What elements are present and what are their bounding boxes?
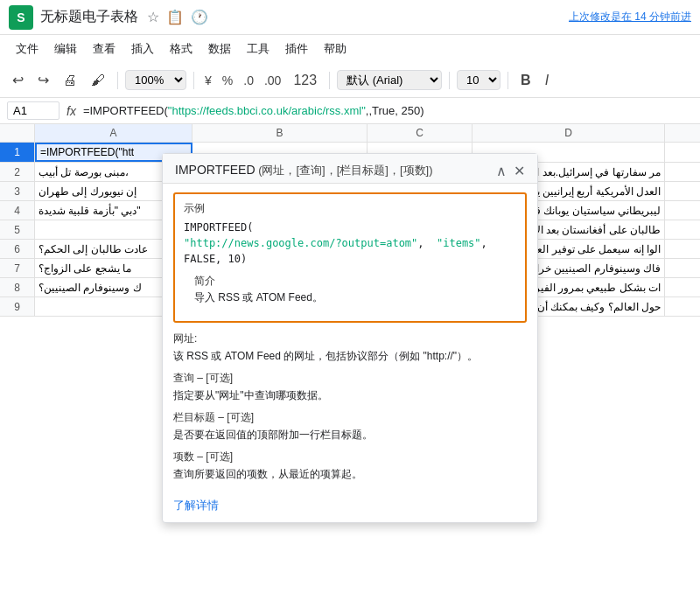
divider-3 bbox=[329, 72, 330, 89]
font-size-select[interactable]: 10 bbox=[457, 70, 500, 90]
param-desc-3: 查询所要返回的项数，从最近的项算起。 bbox=[173, 466, 527, 482]
divider-4 bbox=[449, 72, 450, 89]
percent-btn[interactable]: % bbox=[219, 70, 236, 91]
title-icons: ☆ 📋 🕐 bbox=[147, 9, 208, 25]
menu-insert[interactable]: 插入 bbox=[124, 38, 161, 60]
tooltip-popup: IMPORTFEED (网址，[查询]，[栏目标题]，[项数]) ∧ ✕ 示例 … bbox=[162, 153, 538, 523]
currency-btn[interactable]: ¥ bbox=[201, 70, 215, 91]
decimal00-btn[interactable]: .00 bbox=[261, 70, 284, 91]
last-saved[interactable]: 上次修改是在 14 分钟前进 bbox=[569, 10, 691, 24]
param-name-2: 栏目标题 – [可选] bbox=[173, 410, 527, 425]
column-headers: A B C D bbox=[0, 124, 700, 143]
param-desc-0: 该 RSS 或 ATOM Feed 的网址，包括协议部分（例如 "http://… bbox=[173, 348, 527, 364]
example-label: 示例 bbox=[184, 201, 516, 216]
col-header-b[interactable]: B bbox=[192, 124, 368, 142]
col-header-c[interactable]: C bbox=[368, 124, 472, 142]
zoom-select[interactable]: 100% bbox=[125, 70, 186, 90]
example-url: "http://news.google.com/?output=atom" bbox=[184, 237, 417, 249]
param-desc-1: 指定要从"网址"中查询哪项数据。 bbox=[173, 387, 527, 403]
param-name-0: 网址: bbox=[173, 331, 527, 346]
tooltip-collapse-icon[interactable]: ∧ bbox=[496, 163, 507, 179]
formula-text: =IMPORTFEED( bbox=[83, 104, 168, 117]
row-num-corner bbox=[0, 124, 35, 142]
decimal0-btn[interactable]: .0 bbox=[240, 70, 257, 91]
app-icon: S bbox=[9, 5, 33, 30]
history-icon[interactable]: 🕐 bbox=[191, 9, 208, 25]
paint-format-button[interactable]: 🖌 bbox=[86, 69, 110, 92]
italic-button[interactable]: I bbox=[540, 69, 554, 92]
row-num-7[interactable]: 7 bbox=[0, 259, 35, 277]
bold-button[interactable]: B bbox=[515, 69, 536, 92]
divider-2 bbox=[193, 72, 194, 89]
star-icon[interactable]: ☆ bbox=[147, 9, 159, 25]
menu-tools[interactable]: 工具 bbox=[240, 38, 276, 60]
more-formats-button[interactable]: 123 bbox=[288, 69, 322, 92]
param-desc-2: 是否要在返回值的顶部附加一行栏目标题。 bbox=[173, 427, 527, 443]
print-button[interactable]: 🖨 bbox=[58, 69, 82, 92]
menu-help[interactable]: 帮助 bbox=[317, 38, 354, 60]
intro-label: 简介 bbox=[194, 274, 506, 289]
redo-button[interactable]: ↪ bbox=[32, 68, 54, 92]
divider-5 bbox=[508, 72, 508, 89]
menu-addons[interactable]: 插件 bbox=[278, 38, 315, 60]
tooltip-header-icons: ∧ ✕ bbox=[496, 163, 525, 179]
example-code: IMPORTFEED( "http://news.google.com/?out… bbox=[184, 220, 516, 267]
tooltip-func-name: IMPORTFEED bbox=[175, 163, 256, 177]
menu-edit[interactable]: 编辑 bbox=[47, 38, 84, 60]
formula-url: "https://feeds.bbci.co.uk/arabic/rss.xml… bbox=[168, 104, 366, 117]
row-num-8[interactable]: 8 bbox=[0, 278, 35, 296]
col-header-a[interactable]: A bbox=[35, 124, 192, 142]
intro-text: 导入 RSS 或 ATOM Feed。 bbox=[194, 290, 506, 305]
row-num-9[interactable]: 9 bbox=[0, 297, 35, 316]
param-name-3: 项数 – [可选] bbox=[173, 450, 527, 464]
tooltip-header: IMPORTFEED (网址，[查询]，[栏目标题]，[项数]) ∧ ✕ bbox=[163, 154, 537, 184]
col-header-d[interactable]: D bbox=[472, 124, 665, 142]
example-items: "items" bbox=[437, 237, 481, 249]
cell-ref-input[interactable] bbox=[7, 101, 60, 120]
tooltip-func-signature: IMPORTFEED (网址，[查询]，[栏目标题]，[项数]) bbox=[175, 163, 433, 178]
learn-more-link[interactable]: 了解详情 bbox=[163, 494, 537, 522]
divider-1 bbox=[117, 72, 118, 89]
title-bar: S 无标题电子表格 ☆ 📋 🕐 上次修改是在 14 分钟前进 bbox=[0, 0, 700, 35]
row-num-5[interactable]: 5 bbox=[0, 220, 35, 239]
undo-button[interactable]: ↩ bbox=[7, 68, 29, 92]
menu-format[interactable]: 格式 bbox=[163, 38, 200, 60]
menu-file[interactable]: 文件 bbox=[9, 38, 46, 60]
tooltip-example-box: 示例 IMPORTFEED( "http://news.google.com/?… bbox=[173, 192, 527, 323]
formula-rest: ,,True, 250) bbox=[366, 104, 424, 117]
font-select[interactable]: 默认 (Arial) bbox=[337, 70, 442, 90]
row-num-3[interactable]: 3 bbox=[0, 182, 35, 200]
param-name-1: 查询 – [可选] bbox=[173, 371, 527, 386]
toolbar: ↩ ↪ 🖨 🖌 100% ¥ % .0 .00 123 默认 (Arial) 1… bbox=[0, 63, 700, 98]
drive-icon[interactable]: 📋 bbox=[166, 9, 184, 25]
param-section: 网址: 该 RSS 或 ATOM Feed 的网址，包括协议部分（例如 "htt… bbox=[163, 331, 537, 494]
row-num-6[interactable]: 6 bbox=[0, 240, 35, 258]
fx-icon: fx bbox=[66, 104, 76, 118]
menu-bar: 文件 编辑 查看 插入 格式 数据 工具 插件 帮助 bbox=[0, 35, 700, 63]
tooltip-func-sig: (网址，[查询]，[栏目标题]，[项数]) bbox=[258, 164, 432, 177]
row-num-1[interactable]: 1 bbox=[0, 143, 35, 162]
formula-content[interactable]: =IMPORTFEED("https://feeds.bbci.co.uk/ar… bbox=[83, 104, 693, 117]
formula-bar: fx =IMPORTFEED("https://feeds.bbci.co.uk… bbox=[0, 98, 700, 124]
row-num-2[interactable]: 2 bbox=[0, 163, 35, 181]
menu-view[interactable]: 查看 bbox=[86, 38, 122, 60]
tooltip-close-icon[interactable]: ✕ bbox=[514, 163, 525, 179]
row-num-4[interactable]: 4 bbox=[0, 201, 35, 220]
doc-title[interactable]: 无标题电子表格 bbox=[40, 8, 138, 26]
menu-data[interactable]: 数据 bbox=[201, 38, 238, 60]
